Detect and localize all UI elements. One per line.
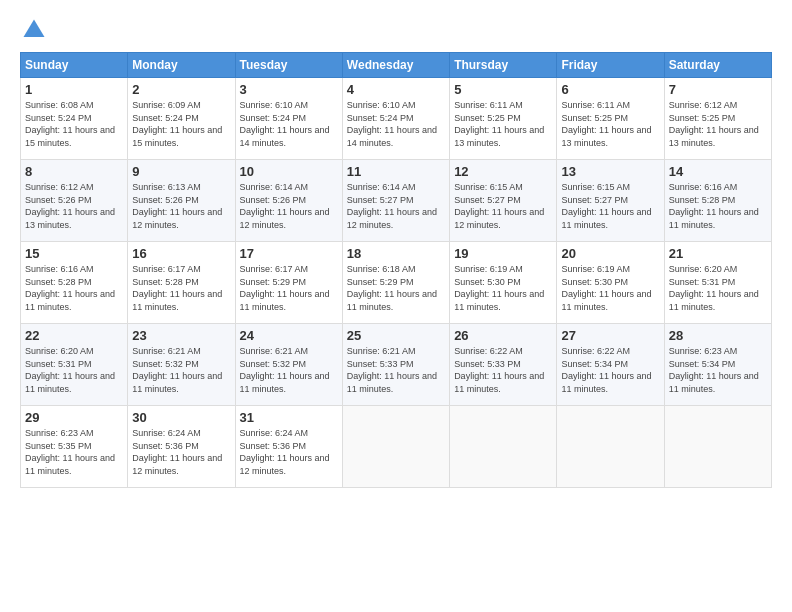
day-cell: 31 Sunrise: 6:24 AM Sunset: 5:36 PM Dayl… bbox=[235, 406, 342, 488]
day-number: 2 bbox=[132, 82, 230, 97]
header bbox=[20, 16, 772, 44]
day-info: Sunrise: 6:21 AM Sunset: 5:33 PM Dayligh… bbox=[347, 345, 445, 395]
day-number: 28 bbox=[669, 328, 767, 343]
day-number: 6 bbox=[561, 82, 659, 97]
day-cell: 13 Sunrise: 6:15 AM Sunset: 5:27 PM Dayl… bbox=[557, 160, 664, 242]
day-info: Sunrise: 6:10 AM Sunset: 5:24 PM Dayligh… bbox=[347, 99, 445, 149]
day-cell: 2 Sunrise: 6:09 AM Sunset: 5:24 PM Dayli… bbox=[128, 78, 235, 160]
week-row-5: 29 Sunrise: 6:23 AM Sunset: 5:35 PM Dayl… bbox=[21, 406, 772, 488]
day-number: 14 bbox=[669, 164, 767, 179]
day-cell: 18 Sunrise: 6:18 AM Sunset: 5:29 PM Dayl… bbox=[342, 242, 449, 324]
day-info: Sunrise: 6:16 AM Sunset: 5:28 PM Dayligh… bbox=[25, 263, 123, 313]
day-info: Sunrise: 6:11 AM Sunset: 5:25 PM Dayligh… bbox=[454, 99, 552, 149]
day-info: Sunrise: 6:14 AM Sunset: 5:27 PM Dayligh… bbox=[347, 181, 445, 231]
day-info: Sunrise: 6:15 AM Sunset: 5:27 PM Dayligh… bbox=[561, 181, 659, 231]
day-cell: 23 Sunrise: 6:21 AM Sunset: 5:32 PM Dayl… bbox=[128, 324, 235, 406]
day-cell: 3 Sunrise: 6:10 AM Sunset: 5:24 PM Dayli… bbox=[235, 78, 342, 160]
svg-rect-1 bbox=[28, 31, 39, 37]
day-number: 3 bbox=[240, 82, 338, 97]
day-number: 11 bbox=[347, 164, 445, 179]
day-info: Sunrise: 6:24 AM Sunset: 5:36 PM Dayligh… bbox=[240, 427, 338, 477]
day-info: Sunrise: 6:15 AM Sunset: 5:27 PM Dayligh… bbox=[454, 181, 552, 231]
day-cell: 12 Sunrise: 6:15 AM Sunset: 5:27 PM Dayl… bbox=[450, 160, 557, 242]
header-cell-thursday: Thursday bbox=[450, 53, 557, 78]
week-row-3: 15 Sunrise: 6:16 AM Sunset: 5:28 PM Dayl… bbox=[21, 242, 772, 324]
day-cell: 28 Sunrise: 6:23 AM Sunset: 5:34 PM Dayl… bbox=[664, 324, 771, 406]
day-number: 26 bbox=[454, 328, 552, 343]
header-cell-saturday: Saturday bbox=[664, 53, 771, 78]
day-info: Sunrise: 6:19 AM Sunset: 5:30 PM Dayligh… bbox=[454, 263, 552, 313]
day-number: 12 bbox=[454, 164, 552, 179]
day-cell: 21 Sunrise: 6:20 AM Sunset: 5:31 PM Dayl… bbox=[664, 242, 771, 324]
day-number: 13 bbox=[561, 164, 659, 179]
day-number: 21 bbox=[669, 246, 767, 261]
day-info: Sunrise: 6:23 AM Sunset: 5:34 PM Dayligh… bbox=[669, 345, 767, 395]
day-number: 25 bbox=[347, 328, 445, 343]
day-info: Sunrise: 6:13 AM Sunset: 5:26 PM Dayligh… bbox=[132, 181, 230, 231]
day-number: 4 bbox=[347, 82, 445, 97]
day-info: Sunrise: 6:09 AM Sunset: 5:24 PM Dayligh… bbox=[132, 99, 230, 149]
day-info: Sunrise: 6:24 AM Sunset: 5:36 PM Dayligh… bbox=[132, 427, 230, 477]
day-number: 30 bbox=[132, 410, 230, 425]
day-info: Sunrise: 6:17 AM Sunset: 5:29 PM Dayligh… bbox=[240, 263, 338, 313]
day-cell: 4 Sunrise: 6:10 AM Sunset: 5:24 PM Dayli… bbox=[342, 78, 449, 160]
day-info: Sunrise: 6:12 AM Sunset: 5:25 PM Dayligh… bbox=[669, 99, 767, 149]
day-cell: 17 Sunrise: 6:17 AM Sunset: 5:29 PM Dayl… bbox=[235, 242, 342, 324]
day-cell: 26 Sunrise: 6:22 AM Sunset: 5:33 PM Dayl… bbox=[450, 324, 557, 406]
day-info: Sunrise: 6:22 AM Sunset: 5:34 PM Dayligh… bbox=[561, 345, 659, 395]
day-cell: 30 Sunrise: 6:24 AM Sunset: 5:36 PM Dayl… bbox=[128, 406, 235, 488]
day-number: 16 bbox=[132, 246, 230, 261]
day-info: Sunrise: 6:20 AM Sunset: 5:31 PM Dayligh… bbox=[669, 263, 767, 313]
day-number: 27 bbox=[561, 328, 659, 343]
day-cell: 22 Sunrise: 6:20 AM Sunset: 5:31 PM Dayl… bbox=[21, 324, 128, 406]
day-info: Sunrise: 6:21 AM Sunset: 5:32 PM Dayligh… bbox=[240, 345, 338, 395]
day-number: 23 bbox=[132, 328, 230, 343]
day-cell: 24 Sunrise: 6:21 AM Sunset: 5:32 PM Dayl… bbox=[235, 324, 342, 406]
logo-icon bbox=[20, 16, 48, 44]
day-number: 9 bbox=[132, 164, 230, 179]
day-number: 19 bbox=[454, 246, 552, 261]
day-cell bbox=[664, 406, 771, 488]
day-number: 18 bbox=[347, 246, 445, 261]
day-info: Sunrise: 6:16 AM Sunset: 5:28 PM Dayligh… bbox=[669, 181, 767, 231]
logo bbox=[20, 16, 50, 44]
day-number: 5 bbox=[454, 82, 552, 97]
day-info: Sunrise: 6:17 AM Sunset: 5:28 PM Dayligh… bbox=[132, 263, 230, 313]
day-cell: 1 Sunrise: 6:08 AM Sunset: 5:24 PM Dayli… bbox=[21, 78, 128, 160]
day-number: 22 bbox=[25, 328, 123, 343]
day-cell: 16 Sunrise: 6:17 AM Sunset: 5:28 PM Dayl… bbox=[128, 242, 235, 324]
day-info: Sunrise: 6:19 AM Sunset: 5:30 PM Dayligh… bbox=[561, 263, 659, 313]
day-cell bbox=[450, 406, 557, 488]
day-number: 7 bbox=[669, 82, 767, 97]
day-number: 29 bbox=[25, 410, 123, 425]
day-number: 17 bbox=[240, 246, 338, 261]
week-row-1: 1 Sunrise: 6:08 AM Sunset: 5:24 PM Dayli… bbox=[21, 78, 772, 160]
day-cell: 25 Sunrise: 6:21 AM Sunset: 5:33 PM Dayl… bbox=[342, 324, 449, 406]
calendar-table: SundayMondayTuesdayWednesdayThursdayFrid… bbox=[20, 52, 772, 488]
day-cell bbox=[342, 406, 449, 488]
day-cell: 29 Sunrise: 6:23 AM Sunset: 5:35 PM Dayl… bbox=[21, 406, 128, 488]
day-cell: 6 Sunrise: 6:11 AM Sunset: 5:25 PM Dayli… bbox=[557, 78, 664, 160]
header-cell-sunday: Sunday bbox=[21, 53, 128, 78]
header-cell-monday: Monday bbox=[128, 53, 235, 78]
day-cell: 10 Sunrise: 6:14 AM Sunset: 5:26 PM Dayl… bbox=[235, 160, 342, 242]
header-cell-wednesday: Wednesday bbox=[342, 53, 449, 78]
day-info: Sunrise: 6:10 AM Sunset: 5:24 PM Dayligh… bbox=[240, 99, 338, 149]
day-info: Sunrise: 6:12 AM Sunset: 5:26 PM Dayligh… bbox=[25, 181, 123, 231]
day-info: Sunrise: 6:14 AM Sunset: 5:26 PM Dayligh… bbox=[240, 181, 338, 231]
page: SundayMondayTuesdayWednesdayThursdayFrid… bbox=[0, 0, 792, 612]
day-cell: 9 Sunrise: 6:13 AM Sunset: 5:26 PM Dayli… bbox=[128, 160, 235, 242]
day-info: Sunrise: 6:18 AM Sunset: 5:29 PM Dayligh… bbox=[347, 263, 445, 313]
day-info: Sunrise: 6:20 AM Sunset: 5:31 PM Dayligh… bbox=[25, 345, 123, 395]
header-row: SundayMondayTuesdayWednesdayThursdayFrid… bbox=[21, 53, 772, 78]
day-number: 8 bbox=[25, 164, 123, 179]
day-cell: 15 Sunrise: 6:16 AM Sunset: 5:28 PM Dayl… bbox=[21, 242, 128, 324]
day-cell: 5 Sunrise: 6:11 AM Sunset: 5:25 PM Dayli… bbox=[450, 78, 557, 160]
day-cell: 7 Sunrise: 6:12 AM Sunset: 5:25 PM Dayli… bbox=[664, 78, 771, 160]
day-number: 31 bbox=[240, 410, 338, 425]
day-info: Sunrise: 6:23 AM Sunset: 5:35 PM Dayligh… bbox=[25, 427, 123, 477]
day-cell: 20 Sunrise: 6:19 AM Sunset: 5:30 PM Dayl… bbox=[557, 242, 664, 324]
day-number: 15 bbox=[25, 246, 123, 261]
header-cell-friday: Friday bbox=[557, 53, 664, 78]
day-cell: 27 Sunrise: 6:22 AM Sunset: 5:34 PM Dayl… bbox=[557, 324, 664, 406]
